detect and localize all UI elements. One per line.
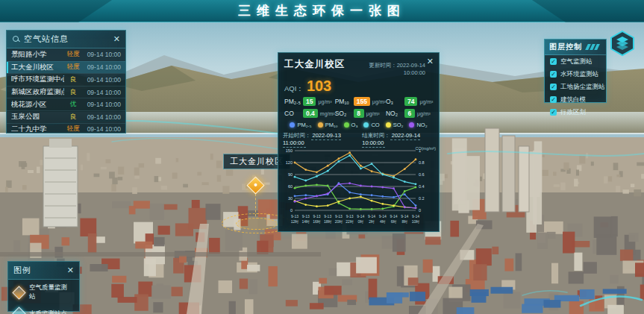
legend-item-label: 空气质量监测站 — [29, 283, 73, 301]
aqi-level-tag: 优 — [64, 100, 82, 109]
layer-panel-header: 图层控制 — [545, 40, 606, 55]
checkbox-checked-icon[interactable]: ✓ — [550, 84, 557, 90]
station-name: 桃花源小区 — [11, 100, 64, 110]
checkbox-checked-icon[interactable]: ✓ — [550, 96, 557, 103]
aqi-level-tag: 良 — [64, 113, 82, 122]
legend-rows: 空气质量监测站水质监测站点 — [8, 280, 79, 314]
aqi-level-tag: 良 — [64, 75, 82, 84]
pollutant-value-badge: 6 — [404, 109, 415, 118]
series-legend-chip[interactable]: PM₂.₅ — [290, 122, 311, 128]
station-time: 09-14 10:00 — [82, 101, 121, 108]
close-icon[interactable]: ✕ — [427, 57, 434, 66]
layer-control-panel: 图层控制 ✓空气监测站✓水环境监测站✓工地扬尘监测站✓建筑白模✓行政区划 — [544, 39, 607, 103]
checkbox-checked-icon[interactable]: ✓ — [550, 58, 557, 65]
checkbox-checked-icon[interactable]: ✓ — [550, 71, 557, 78]
layer-toggle-row[interactable]: ✓建筑白模 — [545, 93, 606, 106]
layer-label: 水环境监测站 — [560, 70, 598, 79]
svg-text:60: 60 — [288, 184, 293, 189]
svg-text:0: 0 — [290, 208, 293, 213]
series-legend-chip[interactable]: SO₂ — [386, 122, 404, 128]
update-time: 更新时间：2022-09-14 10:00:00 — [349, 62, 425, 76]
svg-text:9-1322时: 9-1322时 — [346, 214, 354, 224]
layer-toggle-row[interactable]: ✓水环境监测站 — [545, 68, 606, 81]
detail-title: 工大金川校区 — [284, 58, 345, 71]
station-name: 新城区政府监测点 — [11, 87, 64, 97]
station-time: 09-14 10:00 — [82, 63, 121, 71]
app-stage: 三维生态环保一张图 空气站信息 ✕ 景阳路小学 轻度 09-14 10:00工大… — [0, 0, 644, 314]
station-rows: 景阳路小学 轻度 09-14 10:00工大金川校区 轻度 09-14 10:0… — [7, 48, 125, 135]
pollutant-value-badge: 155 — [354, 97, 370, 106]
aqi-level-tag: 轻度 — [64, 125, 82, 134]
pollutant-label: SO₂ — [335, 110, 351, 117]
pollutant-value-badge: 15 — [303, 97, 316, 106]
search-icon[interactable] — [12, 35, 20, 43]
legend-item: 水质监测站点 — [8, 305, 79, 314]
layer-label: 建筑白模 — [560, 95, 586, 104]
series-legend-chip[interactable]: O₃ — [344, 122, 358, 128]
close-icon[interactable]: ✕ — [113, 35, 120, 43]
pollutant-cell: PM₁₀ 155 μg/m³ — [335, 97, 386, 106]
series-legend-chip[interactable]: CO — [363, 122, 379, 128]
legend-item-label: 水质监测站点 — [29, 310, 67, 314]
time-range-row: 开始时间：2022-09-13 11:00:00 结束时间：2022-09-14… — [278, 130, 439, 146]
close-icon[interactable]: ✕ — [67, 266, 74, 274]
station-panel-header: 空气站信息 ✕ — [7, 31, 125, 48]
pollutant-label: PM₂.₅ — [284, 98, 301, 105]
pollutant-cell: SO₂ 8 μg/m³ — [335, 109, 386, 118]
pollutant-value-badge: 8 — [354, 109, 364, 118]
svg-text:0: 0 — [419, 208, 421, 213]
svg-text:120: 120 — [286, 160, 293, 165]
layer-label: 空气监测站 — [560, 57, 593, 66]
layer-panel-title: 图层控制 — [549, 42, 582, 52]
station-time: 09-14 10:00 — [82, 125, 121, 133]
pollutant-label: NO₂ — [386, 110, 402, 117]
svg-text:0.6: 0.6 — [419, 172, 425, 177]
pollutant-label: CO — [284, 110, 301, 117]
svg-text:9-146时: 9-146时 — [390, 214, 398, 224]
series-legend: PM₂.₅PM₁₀O₃COSO₂NO₂ — [278, 119, 439, 130]
layer-toggle-row[interactable]: ✓工地扬尘监测站 — [545, 81, 606, 93]
layer-label: 行政区划 — [560, 108, 586, 117]
svg-text:9-148时: 9-148时 — [401, 214, 408, 224]
aqi-value: 103 — [307, 78, 331, 95]
pollutant-value-badge: 0.4 — [303, 109, 318, 118]
pollutant-unit: μg/m³ — [419, 99, 433, 104]
station-name: 玉泉公园 — [11, 112, 64, 122]
layer-toggle-row[interactable]: ✓空气监测站 — [545, 55, 606, 68]
svg-text:90: 90 — [288, 172, 293, 177]
station-time: 09-14 10:00 — [82, 89, 121, 96]
svg-text:0.2: 0.2 — [419, 196, 425, 201]
svg-text:9-1316时: 9-1316时 — [313, 214, 321, 224]
svg-text:9-1318时: 9-1318时 — [324, 214, 332, 224]
pollutant-cell: CO 0.4 mg/m³ — [284, 109, 335, 118]
series-color-dot — [344, 122, 349, 128]
series-color-dot — [363, 122, 369, 128]
station-name: 二十九中学 — [11, 125, 64, 134]
station-list-item[interactable]: 二十九中学 轻度 09-14 10:00 — [7, 123, 125, 136]
series-label: NO₂ — [416, 122, 427, 128]
header-bar: 三维生态环保一张图 — [0, 0, 644, 22]
station-list-item[interactable]: 景阳路小学 轻度 09-14 10:00 — [7, 48, 125, 61]
station-list-item[interactable]: 工大金川校区 轻度 09-14 10:00 — [7, 61, 125, 74]
pollutant-grid: PM₂.₅ 15 μg/m³PM₁₀ 155 μg/m³O₃ 74 μg/m³C… — [278, 95, 439, 119]
series-color-dot — [386, 122, 391, 128]
pollutant-unit: μg/m³ — [318, 99, 331, 104]
station-time: 09-14 10:00 — [82, 51, 121, 58]
pollutant-cell: PM₂.₅ 15 μg/m³ — [284, 97, 335, 106]
checkbox-checked-icon[interactable]: ✓ — [550, 109, 557, 116]
svg-text:9-1320时: 9-1320时 — [335, 214, 343, 224]
svg-text:9-1312时: 9-1312时 — [291, 214, 299, 224]
pollutant-label: O₃ — [386, 98, 402, 105]
station-list-item[interactable]: 玉泉公园 良 09-14 10:00 — [7, 110, 125, 123]
station-detail-popup: ✕ 工大金川校区 更新时间：2022-09-14 10:00:00 AQI： 1… — [278, 52, 440, 232]
series-label: PM₁₀ — [325, 122, 338, 128]
station-list-item[interactable]: 新城区政府监测点 良 09-14 10:00 — [7, 86, 125, 98]
series-legend-chip[interactable]: PM₁₀ — [318, 122, 338, 128]
series-legend-chip[interactable]: NO₂ — [409, 122, 427, 128]
layer-toggle-row[interactable]: ✓行政区划 — [545, 106, 606, 119]
station-list-item[interactable]: 呼市环境监测中心 良 09-14 10:00 — [7, 73, 125, 86]
svg-text:9-1314时: 9-1314时 — [301, 214, 310, 224]
layers-hex-button[interactable] — [609, 30, 636, 57]
station-list-item[interactable]: 桃花源小区 优 09-14 10:00 — [7, 98, 125, 110]
pollutant-unit: μg/m³ — [366, 111, 380, 116]
